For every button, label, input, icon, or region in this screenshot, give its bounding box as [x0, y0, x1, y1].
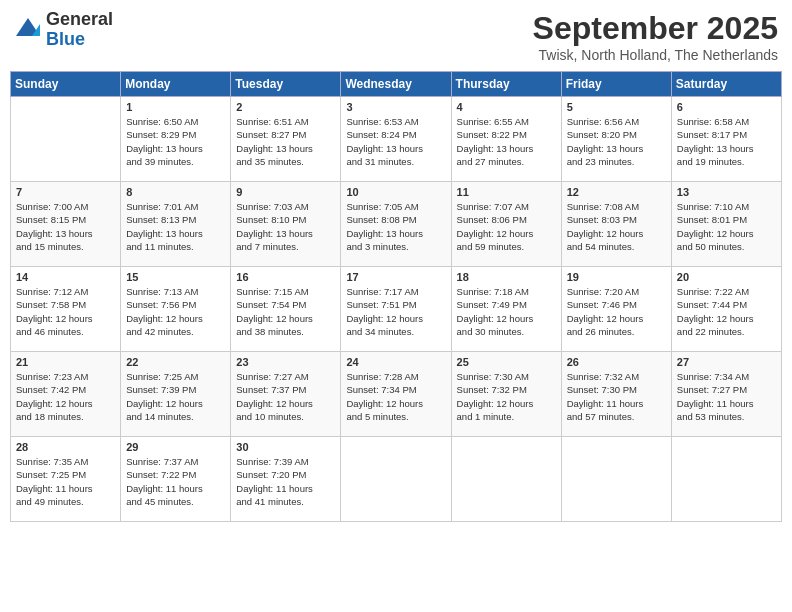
day-info: Sunrise: 7:17 AM Sunset: 7:51 PM Dayligh…: [346, 285, 445, 338]
day-number: 22: [126, 356, 225, 368]
weekday-header-row: SundayMondayTuesdayWednesdayThursdayFrid…: [11, 72, 782, 97]
day-info: Sunrise: 6:51 AM Sunset: 8:27 PM Dayligh…: [236, 115, 335, 168]
day-number: 25: [457, 356, 556, 368]
calendar-week-row: 1Sunrise: 6:50 AM Sunset: 8:29 PM Daylig…: [11, 97, 782, 182]
calendar-cell: [11, 97, 121, 182]
day-number: 19: [567, 271, 666, 283]
day-info: Sunrise: 7:32 AM Sunset: 7:30 PM Dayligh…: [567, 370, 666, 423]
day-info: Sunrise: 7:23 AM Sunset: 7:42 PM Dayligh…: [16, 370, 115, 423]
calendar-cell: 12Sunrise: 7:08 AM Sunset: 8:03 PM Dayli…: [561, 182, 671, 267]
day-number: 8: [126, 186, 225, 198]
calendar-cell: 25Sunrise: 7:30 AM Sunset: 7:32 PM Dayli…: [451, 352, 561, 437]
location-subtitle: Twisk, North Holland, The Netherlands: [533, 47, 778, 63]
day-info: Sunrise: 7:18 AM Sunset: 7:49 PM Dayligh…: [457, 285, 556, 338]
calendar-cell: 7Sunrise: 7:00 AM Sunset: 8:15 PM Daylig…: [11, 182, 121, 267]
day-info: Sunrise: 7:10 AM Sunset: 8:01 PM Dayligh…: [677, 200, 776, 253]
page-header: General Blue September 2025 Twisk, North…: [10, 10, 782, 63]
calendar-cell: 14Sunrise: 7:12 AM Sunset: 7:58 PM Dayli…: [11, 267, 121, 352]
calendar-cell: 5Sunrise: 6:56 AM Sunset: 8:20 PM Daylig…: [561, 97, 671, 182]
day-number: 18: [457, 271, 556, 283]
calendar-cell: 26Sunrise: 7:32 AM Sunset: 7:30 PM Dayli…: [561, 352, 671, 437]
day-info: Sunrise: 7:35 AM Sunset: 7:25 PM Dayligh…: [16, 455, 115, 508]
calendar-cell: 20Sunrise: 7:22 AM Sunset: 7:44 PM Dayli…: [671, 267, 781, 352]
weekday-header: Sunday: [11, 72, 121, 97]
calendar-cell: 8Sunrise: 7:01 AM Sunset: 8:13 PM Daylig…: [121, 182, 231, 267]
calendar-cell: 10Sunrise: 7:05 AM Sunset: 8:08 PM Dayli…: [341, 182, 451, 267]
calendar-cell: [341, 437, 451, 522]
logo-text: General Blue: [46, 10, 113, 50]
day-info: Sunrise: 7:03 AM Sunset: 8:10 PM Dayligh…: [236, 200, 335, 253]
day-number: 3: [346, 101, 445, 113]
day-info: Sunrise: 6:53 AM Sunset: 8:24 PM Dayligh…: [346, 115, 445, 168]
calendar-cell: [561, 437, 671, 522]
weekday-header: Saturday: [671, 72, 781, 97]
day-info: Sunrise: 7:34 AM Sunset: 7:27 PM Dayligh…: [677, 370, 776, 423]
calendar-table: SundayMondayTuesdayWednesdayThursdayFrid…: [10, 71, 782, 522]
day-number: 14: [16, 271, 115, 283]
day-info: Sunrise: 7:39 AM Sunset: 7:20 PM Dayligh…: [236, 455, 335, 508]
weekday-header: Friday: [561, 72, 671, 97]
day-number: 29: [126, 441, 225, 453]
day-number: 1: [126, 101, 225, 113]
calendar-cell: 3Sunrise: 6:53 AM Sunset: 8:24 PM Daylig…: [341, 97, 451, 182]
day-number: 4: [457, 101, 556, 113]
day-number: 21: [16, 356, 115, 368]
calendar-cell: 15Sunrise: 7:13 AM Sunset: 7:56 PM Dayli…: [121, 267, 231, 352]
calendar-cell: 1Sunrise: 6:50 AM Sunset: 8:29 PM Daylig…: [121, 97, 231, 182]
day-info: Sunrise: 7:08 AM Sunset: 8:03 PM Dayligh…: [567, 200, 666, 253]
calendar-cell: 16Sunrise: 7:15 AM Sunset: 7:54 PM Dayli…: [231, 267, 341, 352]
logo-icon: [14, 16, 42, 44]
weekday-header: Monday: [121, 72, 231, 97]
day-number: 12: [567, 186, 666, 198]
day-number: 30: [236, 441, 335, 453]
day-number: 9: [236, 186, 335, 198]
day-number: 11: [457, 186, 556, 198]
day-info: Sunrise: 7:37 AM Sunset: 7:22 PM Dayligh…: [126, 455, 225, 508]
day-info: Sunrise: 6:58 AM Sunset: 8:17 PM Dayligh…: [677, 115, 776, 168]
calendar-cell: 4Sunrise: 6:55 AM Sunset: 8:22 PM Daylig…: [451, 97, 561, 182]
day-number: 13: [677, 186, 776, 198]
day-info: Sunrise: 7:00 AM Sunset: 8:15 PM Dayligh…: [16, 200, 115, 253]
calendar-week-row: 28Sunrise: 7:35 AM Sunset: 7:25 PM Dayli…: [11, 437, 782, 522]
calendar-cell: 19Sunrise: 7:20 AM Sunset: 7:46 PM Dayli…: [561, 267, 671, 352]
day-number: 5: [567, 101, 666, 113]
calendar-cell: 18Sunrise: 7:18 AM Sunset: 7:49 PM Dayli…: [451, 267, 561, 352]
day-info: Sunrise: 6:50 AM Sunset: 8:29 PM Dayligh…: [126, 115, 225, 168]
calendar-cell: 27Sunrise: 7:34 AM Sunset: 7:27 PM Dayli…: [671, 352, 781, 437]
day-number: 27: [677, 356, 776, 368]
day-info: Sunrise: 7:22 AM Sunset: 7:44 PM Dayligh…: [677, 285, 776, 338]
day-number: 16: [236, 271, 335, 283]
day-number: 10: [346, 186, 445, 198]
calendar-cell: 28Sunrise: 7:35 AM Sunset: 7:25 PM Dayli…: [11, 437, 121, 522]
day-number: 23: [236, 356, 335, 368]
calendar-week-row: 21Sunrise: 7:23 AM Sunset: 7:42 PM Dayli…: [11, 352, 782, 437]
day-number: 2: [236, 101, 335, 113]
title-block: September 2025 Twisk, North Holland, The…: [533, 10, 778, 63]
day-info: Sunrise: 7:27 AM Sunset: 7:37 PM Dayligh…: [236, 370, 335, 423]
calendar-cell: 6Sunrise: 6:58 AM Sunset: 8:17 PM Daylig…: [671, 97, 781, 182]
day-number: 20: [677, 271, 776, 283]
day-number: 15: [126, 271, 225, 283]
day-info: Sunrise: 7:07 AM Sunset: 8:06 PM Dayligh…: [457, 200, 556, 253]
calendar-week-row: 14Sunrise: 7:12 AM Sunset: 7:58 PM Dayli…: [11, 267, 782, 352]
calendar-cell: 11Sunrise: 7:07 AM Sunset: 8:06 PM Dayli…: [451, 182, 561, 267]
day-number: 17: [346, 271, 445, 283]
calendar-cell: [451, 437, 561, 522]
calendar-cell: [671, 437, 781, 522]
day-number: 24: [346, 356, 445, 368]
weekday-header: Thursday: [451, 72, 561, 97]
weekday-header: Wednesday: [341, 72, 451, 97]
calendar-week-row: 7Sunrise: 7:00 AM Sunset: 8:15 PM Daylig…: [11, 182, 782, 267]
day-info: Sunrise: 7:01 AM Sunset: 8:13 PM Dayligh…: [126, 200, 225, 253]
day-number: 6: [677, 101, 776, 113]
logo: General Blue: [14, 10, 113, 50]
calendar-cell: 24Sunrise: 7:28 AM Sunset: 7:34 PM Dayli…: [341, 352, 451, 437]
day-info: Sunrise: 7:30 AM Sunset: 7:32 PM Dayligh…: [457, 370, 556, 423]
day-number: 7: [16, 186, 115, 198]
calendar-cell: 2Sunrise: 6:51 AM Sunset: 8:27 PM Daylig…: [231, 97, 341, 182]
day-info: Sunrise: 7:28 AM Sunset: 7:34 PM Dayligh…: [346, 370, 445, 423]
weekday-header: Tuesday: [231, 72, 341, 97]
calendar-cell: 13Sunrise: 7:10 AM Sunset: 8:01 PM Dayli…: [671, 182, 781, 267]
calendar-cell: 17Sunrise: 7:17 AM Sunset: 7:51 PM Dayli…: [341, 267, 451, 352]
calendar-cell: 30Sunrise: 7:39 AM Sunset: 7:20 PM Dayli…: [231, 437, 341, 522]
